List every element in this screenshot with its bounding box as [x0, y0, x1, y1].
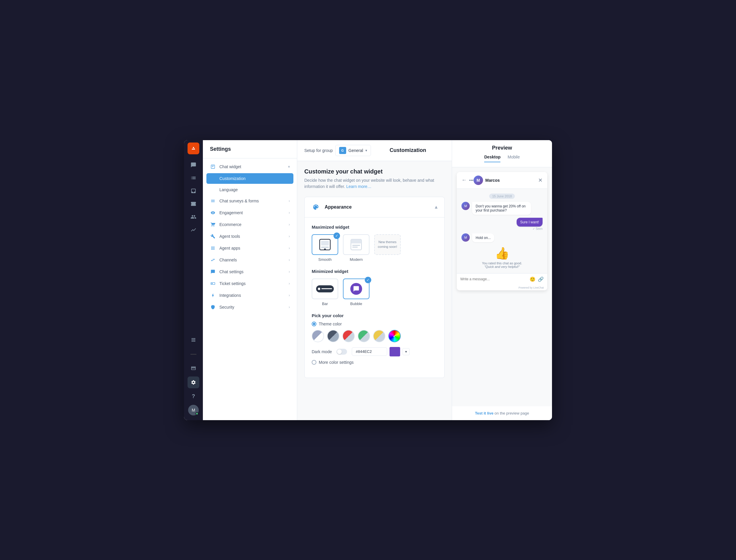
coming-soon-theme-option: New themes coming soon!	[374, 234, 401, 262]
theme-color-radio[interactable]: Theme color	[312, 322, 437, 326]
modern-theme-box[interactable]	[343, 234, 369, 255]
coming-soon-text: New themes coming soon!	[375, 240, 400, 249]
color-picker-section: Pick your color Theme color	[312, 313, 437, 365]
help-icon[interactable]: ?	[188, 391, 199, 402]
sidebar-subitem-language[interactable]: Language	[203, 184, 297, 195]
color-swatch-rainbow[interactable]: ✓	[388, 330, 401, 342]
sidebar-item-chat-widget[interactable]: Chat widget ▾	[203, 161, 297, 173]
sidebar-item-ticket-settings[interactable]: Ticket settings ›	[203, 278, 297, 289]
chat-message-input[interactable]	[460, 277, 529, 281]
dark-mode-row: Dark mode ▾	[312, 347, 437, 356]
channels-label: Channels	[219, 258, 237, 262]
contacts-icon[interactable]	[188, 211, 199, 223]
chat-close-button[interactable]: ✕	[538, 177, 542, 184]
minimized-widget-label: Minimized widget	[312, 269, 437, 274]
card-icon[interactable]	[188, 362, 199, 374]
appearance-card-header[interactable]: Appearance ▲	[305, 197, 444, 217]
maximized-widget-label: Maximized widget	[312, 225, 437, 230]
ticket-settings-chevron: ›	[289, 281, 290, 286]
preview-body: ← ••• M Marcos ✕ 15 June 2018 M Don't yo…	[452, 167, 552, 406]
user-avatar[interactable]: M	[188, 405, 199, 415]
tab-desktop[interactable]: Desktop	[484, 155, 500, 162]
online-indicator	[196, 412, 199, 415]
bubble-theme-box[interactable]: ✓	[343, 279, 369, 299]
svg-rect-7	[321, 241, 329, 245]
chat-back-button[interactable]: ←	[461, 177, 467, 183]
chat-settings-icon	[210, 269, 216, 275]
main-body: Customize your chat widget Decide how th…	[297, 161, 452, 420]
bubble-widget-preview	[350, 283, 362, 295]
sidebar-item-security[interactable]: Security ›	[203, 301, 297, 313]
sidebar-bottom: — ? M	[188, 334, 199, 418]
modern-label: Modern	[350, 257, 363, 262]
dark-mode-toggle[interactable]	[337, 349, 347, 355]
chat-msg-avatar: M	[461, 202, 470, 210]
bubble-theme-option: ✓ Bubble	[343, 279, 369, 306]
sidebar-item-chat-settings[interactable]: Chat settings ›	[203, 266, 297, 278]
svg-rect-5	[212, 283, 213, 284]
bubble-checkmark: ✓	[365, 277, 371, 283]
color-swatch-dark-light[interactable]	[327, 330, 340, 342]
group-selector[interactable]: G General ▾	[335, 145, 371, 156]
page-description: Decide how the chat widget on your websi…	[304, 177, 445, 190]
chat-input-icons: 🙂 🔗	[529, 276, 544, 282]
grid-icon[interactable]	[188, 334, 199, 346]
chat-settings-chevron: ›	[289, 270, 290, 274]
chat-bubble-icon[interactable]	[188, 159, 199, 171]
color-dropdown-button[interactable]: ▾	[402, 348, 409, 355]
ecommerce-label: Ecommerce	[219, 222, 242, 227]
color-preview-button[interactable]	[389, 347, 400, 356]
reports-icon[interactable]	[188, 224, 199, 236]
color-swatch-red-grey[interactable]	[343, 330, 355, 342]
sidebar-item-chat-surveys[interactable]: Chat surveys & forms ›	[203, 195, 297, 207]
sidebar-item-agent-tools[interactable]: Agent tools ›	[203, 230, 297, 242]
emoji-icon[interactable]: 🙂	[529, 276, 535, 282]
settings-icon[interactable]	[188, 376, 199, 388]
minus-icon[interactable]: —	[188, 348, 199, 360]
bar-theme-box[interactable]	[312, 279, 338, 299]
list-icon[interactable]	[188, 172, 199, 184]
app-logo[interactable]	[188, 143, 199, 154]
color-swatch-green-grey[interactable]	[358, 330, 370, 342]
sidebar-subitem-customization[interactable]: Customization	[207, 173, 294, 184]
dark-mode-label: Dark mode	[312, 349, 332, 354]
sidebar-item-engagement[interactable]: Engagement ›	[203, 207, 297, 219]
test-live-link[interactable]: Test it live	[475, 411, 494, 415]
ecommerce-icon	[210, 222, 216, 227]
ticket-icon[interactable]	[188, 198, 199, 210]
chat-rating-section: 👍 You rated this chat as good. "Quick an…	[461, 245, 542, 268]
preview-title: Preview	[459, 145, 545, 151]
main-header: Setup for group G General ▾ Customizatio…	[297, 140, 452, 161]
radio-dot	[312, 322, 317, 326]
appearance-card: Appearance ▲ Maximized widget ✓	[304, 197, 445, 378]
inbox-icon[interactable]	[188, 185, 199, 197]
chat-more-button[interactable]: •••	[469, 178, 473, 183]
smooth-theme-box[interactable]: ✓	[312, 234, 338, 255]
chat-agent-name: Marcos	[485, 178, 500, 183]
smooth-checkmark: ✓	[334, 232, 340, 239]
hex-color-input[interactable]	[352, 347, 387, 356]
group-name: General	[349, 148, 363, 153]
agent-tools-icon	[210, 233, 216, 239]
bar-label: Bar	[322, 302, 328, 306]
sidebar-item-integrations[interactable]: Integrations ›	[203, 289, 297, 301]
color-picker-title: Pick your color	[312, 313, 437, 318]
engagement-icon	[210, 210, 216, 216]
tab-mobile[interactable]: Mobile	[507, 155, 519, 162]
color-swatches: ✓	[312, 330, 437, 342]
sidebar-item-channels[interactable]: Channels ›	[203, 254, 297, 266]
more-color-row[interactable]: More color settings	[312, 360, 437, 365]
security-label: Security	[219, 305, 235, 310]
setup-group-label: Setup for group	[304, 148, 333, 153]
sidebar-item-agent-apps[interactable]: Agent apps ›	[203, 242, 297, 254]
powered-by: Powered by LiveChat	[457, 285, 547, 290]
engagement-chevron: ›	[289, 211, 290, 215]
radio-dot-inner	[313, 323, 315, 325]
bar-theme-option: Bar	[312, 279, 338, 306]
learn-more-link[interactable]: Learn more…	[346, 184, 371, 189]
color-swatch-yellow-grey[interactable]	[373, 330, 385, 342]
sidebar-item-ecommerce[interactable]: Ecommerce ›	[203, 219, 297, 230]
appearance-card-body: Maximized widget ✓	[305, 217, 444, 378]
color-swatch-blue-white[interactable]	[312, 330, 324, 342]
attachment-icon[interactable]: 🔗	[538, 276, 544, 282]
